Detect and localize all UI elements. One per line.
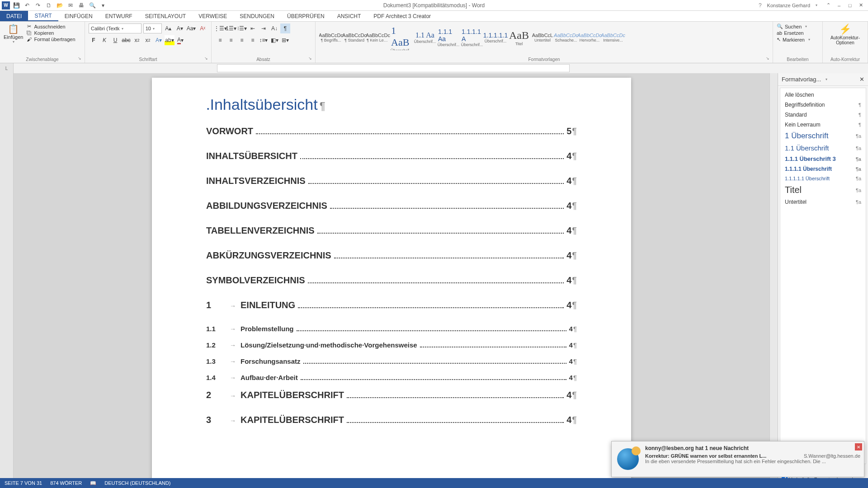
show-marks-icon[interactable]: ¶ [280,23,290,33]
style-item[interactable]: 1 AaB Überschrif... [390,23,413,52]
toc-entry[interactable]: 1.3→Forschungsansatz4¶ [206,357,577,366]
style-item[interactable]: AaBbCcDc Schwache... [554,23,578,52]
pane-style-item[interactable]: Titel¶a [780,183,866,197]
paragraph-launcher-icon[interactable]: ↘ [308,56,314,61]
style-item[interactable]: AaBbCcL Untertitel [531,23,554,52]
format-painter-button[interactable]: 🖌Format übertragen [26,37,75,42]
subscript-button[interactable]: x2 [132,35,142,45]
close-icon[interactable]: ✕ [855,1,866,10]
clipboard-launcher-icon[interactable]: ↘ [78,56,83,61]
strike-button[interactable]: abc [121,35,131,45]
sort-icon[interactable]: A↓ [269,23,279,33]
toc-entry[interactable]: 1.4→Aufbau·der·Arbeit4¶ [206,374,577,382]
toc-entry[interactable]: 1.1→Problemstellung4¶ [206,325,577,333]
email-icon[interactable]: ✉ [66,1,75,10]
toc-entry[interactable]: ABKÜRZUNGSVERZEICHNIS4¶ [206,250,577,261]
toc-entry[interactable]: ABBILDUNGSVERZEICHNIS4¶ [206,201,577,211]
toc-entry[interactable]: 2→KAPITELÜBERSCHRIFT4¶ [206,390,577,400]
undo-icon[interactable]: ↶ [23,1,32,10]
toc-entry[interactable]: 1.2→Lösung/Zielsetzung·und·methodische·V… [206,341,577,349]
tab-selector[interactable]: L [0,63,14,73]
style-item[interactable]: AaBbCcDc ¶ Begriffs... [319,23,343,52]
tab-start[interactable]: START [28,11,58,21]
pane-style-item[interactable]: Standard¶ [780,110,866,120]
toc-entry[interactable]: 3→KAPITELÜBERSCHRIFT4¶ [206,415,577,425]
pane-style-item[interactable]: Kein Leerraum¶ [780,120,866,130]
borders-icon[interactable]: ⊞▾ [280,35,290,45]
preview-icon[interactable]: 🔍 [88,1,97,10]
grow-font-icon[interactable]: A▴ [164,23,173,33]
vertical-scrollbar[interactable] [769,73,778,488]
style-item[interactable]: AaB Titel [507,23,531,52]
toc-entry[interactable]: VORWORT5¶ [206,126,577,136]
pane-style-item[interactable]: Begriffsdefinition¶ [780,100,866,110]
vertical-ruler[interactable] [0,73,14,488]
notif-close-icon[interactable]: ✕ [855,443,862,450]
tab-layout[interactable]: SEITENLAYOUT [139,11,192,21]
tab-insert[interactable]: EINFÜGEN [58,11,99,21]
status-page[interactable]: SEITE 7 VON 31 [5,480,42,486]
help-icon[interactable]: ? [759,2,762,9]
proofing-icon[interactable]: 📖 [90,480,96,486]
multilevel-icon[interactable]: ⁝☰▾ [237,23,247,33]
pane-style-item[interactable]: 1 Überschrift¶a [780,130,866,142]
status-words[interactable]: 874 WÖRTER [50,480,82,486]
document-page[interactable]: .Inhaltsübersicht¶ VORWORT5¶INHALTSÜBERS… [152,78,631,488]
bold-button[interactable]: F [89,35,99,45]
horizontal-ruler[interactable] [14,63,868,73]
pane-style-item[interactable]: Alle löschen [780,90,866,100]
cut-button[interactable]: ✂Ausschneiden [26,23,75,29]
document-scroll[interactable]: .Inhaltsübersicht¶ VORWORT5¶INHALTSÜBERS… [14,73,769,488]
minimize-icon[interactable]: – [834,1,844,10]
change-case-icon[interactable]: Aa▾ [186,23,196,33]
toc-entry[interactable]: 1→EINLEITUNG4¶ [206,300,577,310]
style-item[interactable]: 1.1 Aa Überschrif... [413,23,437,52]
line-spacing-icon[interactable]: ↕≡▾ [259,35,269,45]
pane-menu-icon[interactable]: ▾ [826,77,827,81]
user-name[interactable]: Konstanze Gerhard [767,3,810,8]
redo-icon[interactable]: ↷ [33,1,42,10]
tab-references[interactable]: VERWEISE [192,11,233,21]
toc-entry[interactable]: INHALTSÜBERSICHT4¶ [206,151,577,161]
text-effects-icon[interactable]: A▾ [154,35,164,45]
tab-design[interactable]: ENTWURF [99,11,139,21]
tab-review[interactable]: ÜBERPRÜFEN [281,11,331,21]
style-item[interactable]: AaBbCcDc ¶ Kein Lee... [366,23,390,52]
pane-style-item[interactable]: 1.1 Überschrift¶a [780,142,866,154]
shading-icon[interactable]: ◧▾ [269,35,279,45]
new-icon[interactable]: 🗋 [44,1,53,10]
pane-style-item[interactable]: 1.1.1.1 Überschrift¶a [780,164,866,174]
tab-mailings[interactable]: SENDUNGEN [233,11,281,21]
clear-format-icon[interactable]: Aᵡ [198,23,208,33]
font-name-combo[interactable]: Calibri (Textk▾ [89,23,142,33]
ribbon-collapse-icon[interactable]: ⌃ [823,1,834,10]
pane-style-item[interactable]: 1.1.1.1.1 Überschrift¶a [780,174,866,183]
styles-launcher-icon[interactable]: ↘ [766,56,771,61]
numbering-icon[interactable]: 1☰▾ [226,23,236,33]
styles-gallery[interactable]: AaBbCcDc ¶ Begriffs...AaBbCcDc ¶ Standar… [319,23,769,52]
autocorrect-button[interactable]: ⚡ AutoKorrektur-Optionen [826,23,864,45]
tab-view[interactable]: ANSICHT [331,11,368,21]
toc-entry[interactable]: SYMBOLVERZEICHNIS4¶ [206,275,577,286]
align-right-icon[interactable]: ≡ [237,35,247,45]
style-item[interactable]: 1.1.1 Aa Überschrif... [437,23,460,52]
justify-icon[interactable]: ≡ [248,35,258,45]
maximize-icon[interactable]: □ [844,1,855,10]
toc-entry[interactable]: INHALTSVERZEICHNIS4¶ [206,176,577,186]
status-lang[interactable]: DEUTSCH (DEUTSCHLAND) [104,480,170,486]
mail-notification[interactable]: ✕ konny@lesben.org hat 1 neue Nachricht … [611,441,864,477]
font-launcher-icon[interactable]: ↘ [204,56,210,61]
style-item[interactable]: 1.1.1.1.1 Überschrif... [484,23,507,52]
shrink-font-icon[interactable]: A▾ [175,23,184,33]
open-icon[interactable]: 📂 [55,1,64,10]
highlight-icon[interactable]: ab▾ [165,35,175,45]
style-item[interactable]: AaBbCcDc ¶ Standard [343,23,366,52]
find-button[interactable]: 🔍Suchen▾ [777,23,819,29]
tab-pdf[interactable]: PDF Architect 3 Creator [367,11,437,21]
align-left-icon[interactable]: ≡ [215,35,225,45]
paste-button[interactable]: 📋 Einfügen ▾ [4,23,23,44]
increase-indent-icon[interactable]: ⇥ [259,23,269,33]
style-item[interactable]: AaBbCcDc Hervorhe... [578,23,601,52]
pane-close-icon[interactable]: ✕ [859,76,864,83]
superscript-button[interactable]: x2 [143,35,153,45]
